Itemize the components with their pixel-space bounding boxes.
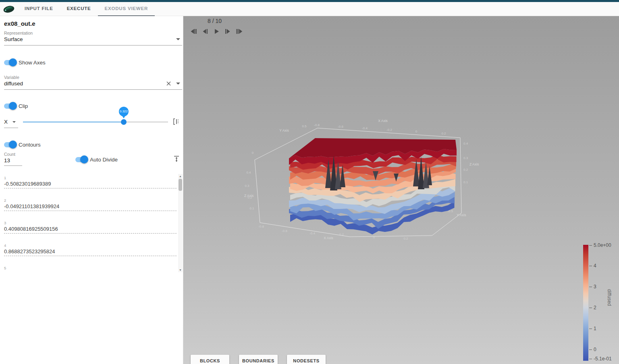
next-frame-button[interactable]	[223, 27, 233, 36]
legend-tick-label: 4	[594, 263, 596, 269]
x-axis-label-bottom: X Axis	[324, 236, 333, 240]
axis-tick: 0.3	[245, 184, 249, 188]
contour-index: 2	[4, 197, 183, 203]
y-axis-label-right: Y Axis	[457, 213, 466, 217]
axis-tick: 0.2	[441, 132, 446, 135]
clip-slider-fill	[23, 122, 124, 122]
play-button[interactable]	[212, 27, 221, 36]
contour-item: 4 0.8688273523295824	[0, 242, 183, 265]
chevron-down-icon[interactable]	[12, 121, 16, 123]
show-axes-label: Show Axes	[19, 60, 46, 66]
z-axis-label-right: Z Axis	[469, 162, 479, 166]
axis-tick: 0.2	[463, 168, 468, 172]
z-axis-label-left: Z Axis	[244, 194, 253, 198]
scroll-down-icon[interactable]: ▼	[178, 268, 183, 272]
axis-tick: -0.6	[282, 229, 287, 233]
contour-item: 3 0.40980816925509156	[0, 220, 183, 242]
clip-slider-thumb[interactable]	[121, 119, 127, 125]
contour-index: 4	[4, 242, 183, 248]
tab-exodus-viewer[interactable]: EXODUS VIEWER	[98, 2, 155, 16]
representation-select[interactable]: Surface	[4, 36, 23, 42]
axis-tick: 0	[415, 130, 418, 133]
colorbar	[583, 245, 588, 361]
contour-item: 5	[0, 265, 183, 271]
contour-item: 2 -0.04921101381939924	[0, 197, 183, 220]
axis-tick: -0.4	[310, 232, 315, 235]
contour-list-scrollbar[interactable]: ▲ ▼	[178, 174, 183, 272]
axis-tick: 0	[373, 236, 375, 239]
axis-tick: -0.8	[258, 225, 264, 228]
axis-tick: 0.3	[463, 156, 468, 160]
variable-underline	[4, 89, 182, 90]
clip-label: Clip	[19, 103, 28, 109]
axis-tick: -0.5	[447, 209, 453, 213]
playback-controls	[188, 27, 245, 36]
scrollbar-thumb[interactable]	[179, 179, 182, 191]
clip-plane-icon[interactable]	[172, 118, 180, 125]
count-label: Count	[4, 152, 15, 157]
show-axes-toggle[interactable]	[3, 58, 17, 66]
representation-underline	[4, 45, 182, 46]
contours-toggle[interactable]	[3, 141, 17, 149]
contour-value-input[interactable]: 0.40980816925509156	[4, 225, 177, 234]
tab-execute[interactable]: EXECUTE	[60, 2, 98, 16]
contour-index: 3	[4, 220, 183, 225]
legend-tick-label: 0	[594, 347, 596, 352]
axis-tick: 0.2	[403, 237, 408, 240]
chevron-down-icon[interactable]	[176, 83, 180, 85]
tab-input-file[interactable]: INPUT FILE	[18, 2, 60, 16]
legend-tick-label: 1	[594, 326, 596, 331]
clip-slider-value-bubble: 0.322	[119, 107, 129, 116]
contour-surface-layers	[289, 138, 457, 234]
contour-value-input[interactable]: -0.04921101381939924	[4, 203, 177, 211]
count-underline	[4, 165, 22, 166]
clear-variable-icon[interactable]	[166, 81, 171, 86]
variable-label: Variable	[4, 75, 19, 80]
auto-divide-range-icon[interactable]	[173, 155, 180, 162]
representation-label: Representation	[4, 31, 33, 35]
contour-value-input[interactable]: -0.50823019689389	[4, 180, 177, 188]
variable-select[interactable]: diffused	[4, 81, 23, 87]
axis-tick: -0.4	[362, 126, 368, 130]
contour-value-input[interactable]: 0.8688273523295824	[4, 248, 177, 256]
contour-index: 5	[4, 265, 183, 270]
blocks-button[interactable]: BLOCKS	[191, 355, 229, 364]
axis-tick: -0.6	[338, 125, 343, 128]
auto-divide-toggle[interactable]	[75, 155, 88, 163]
y-axis-label: Y Axis	[279, 128, 289, 132]
app-header: INPUT FILE EXECUTE EXODUS VIEWER	[0, 2, 619, 16]
color-legend: 5.0e+00 4 3 2 1 0 -5.1e-01 diffused	[582, 245, 619, 364]
auto-divide-label: Auto Divide	[90, 157, 118, 163]
previous-frame-button[interactable]	[200, 27, 210, 36]
axis-tick: -0.2	[386, 128, 392, 132]
exodus-settings-panel: ex08_out.e Representation Surface Show A…	[0, 16, 183, 364]
contour-values-list: 1 -0.50823019689389 2 -0.049211013819399…	[0, 175, 183, 271]
scroll-up-icon[interactable]: ▲	[178, 174, 183, 178]
clip-axis-select[interactable]: X	[4, 119, 8, 125]
axis-tick: 0.5	[302, 124, 307, 128]
axis-tick: -0.8	[314, 123, 320, 127]
axis-tick: 0.1	[249, 207, 254, 210]
render-viewport[interactable]: 8 / 10	[183, 16, 619, 364]
axis-tick: -0.2	[338, 233, 344, 236]
x-axis-label-top: X Axis	[378, 119, 388, 123]
contour-index: 1	[4, 175, 183, 180]
nodesets-button[interactable]: NODESETS	[287, 355, 326, 364]
legend-title: diffused	[607, 289, 612, 306]
boundaries-button[interactable]: BOUNDARIES	[239, 355, 278, 364]
clip-toggle[interactable]	[3, 102, 17, 110]
peacock-logo	[2, 4, 15, 14]
legend-tick-label: 2	[594, 305, 596, 310]
count-input[interactable]: 13	[4, 157, 10, 163]
axis-tick: 0.4	[246, 171, 251, 174]
render-view-3d[interactable]: X Axis -0.8 -0.6 -0.4 -0.2 0 0.2 Y Axis …	[244, 115, 486, 256]
axis-tick: 0.1	[463, 180, 468, 184]
legend-tick-label: -5.1e-01	[594, 356, 612, 362]
axis-tick: 0.4	[463, 142, 468, 145]
first-frame-button[interactable]	[188, 27, 198, 36]
frame-indicator: 8 / 10	[208, 18, 222, 24]
contours-label: Contours	[19, 142, 41, 148]
last-frame-button[interactable]	[235, 27, 245, 36]
chevron-down-icon[interactable]	[176, 38, 180, 40]
main-tabs: INPUT FILE EXECUTE EXODUS VIEWER	[18, 2, 155, 16]
